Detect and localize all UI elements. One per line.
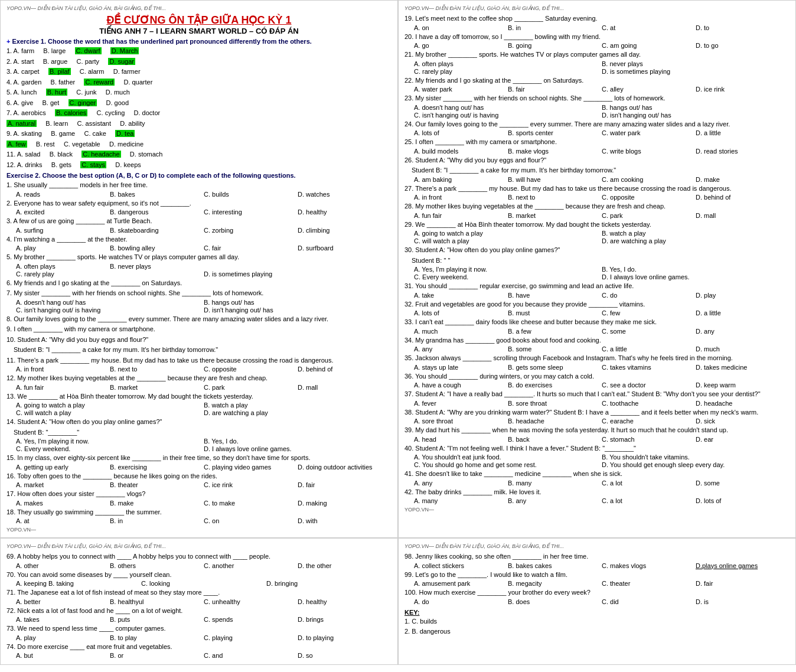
ex2-q1-ans: A. reads B. bakes C. builds D. watches [6, 191, 392, 198]
p3-q73-ans: A. play B. to play C. playing D. to play… [6, 634, 392, 641]
p2-q30-ans2: C. Every weekend. D. I always love onlin… [404, 273, 790, 280]
ex2-q14-ans: A. Yes, I'm playing it now. B. Yes, I do… [6, 438, 392, 445]
ex2-q13-ans2: C. will watch a play D. are watching a p… [6, 409, 392, 416]
ex2-q18: 18. They usually go swimming ________ th… [6, 507, 392, 517]
panel-header-4: YOPO.VN— DIỄN ĐÀN TÀI LIỆU, GIÁO ÁN, BÀI… [404, 543, 790, 549]
ex1-item-6: 6. A. give B. get C. ginger D. good [6, 98, 392, 108]
ex1-item-1: 1. A. farm B. large C. dwarf D. March [6, 46, 392, 56]
footer-1: YOPO.VN— [6, 527, 392, 533]
p2-q23: 23. My sister ________ with her friends … [404, 93, 790, 103]
p2-q42: 42. The baby drinks ________ milk. He lo… [404, 487, 790, 497]
ex1-item-7: 7. A. aerobics B. calories C. cycling D.… [6, 108, 392, 118]
p2-q22: 22. My friends and I go skating at the _… [404, 76, 790, 86]
ex2-q1: 1. She usually ________ models in her fr… [6, 180, 392, 190]
p2-q24-ans: A. lots of B. sports center C. water par… [404, 129, 790, 136]
p4-q99-ans: A. amusement park B. megacity C. theater… [404, 580, 790, 587]
p2-q41: 41. She doesn't like to take ________ me… [404, 469, 790, 479]
p2-q33-ans: A. much B. a few C. some D. any [404, 328, 790, 335]
ex1-item-8: A. natural B. learn C. assistant D. abil… [6, 119, 392, 129]
key-title: KEY: [404, 609, 790, 616]
ex1-item-4: 4. A. garden B. father C. reward D. quar… [6, 77, 392, 87]
p2-q40-ans2: C. You should go home and get some rest.… [404, 461, 790, 468]
p4-q100: 100. How much exercise ________ your bro… [404, 588, 790, 598]
ex2-q2-ans: A. excited B. dangerous C. interesting D… [6, 208, 392, 216]
p2-q26-ans: A. am baking B. will have C. am cooking … [404, 176, 790, 183]
p2-q30b: Student B: " " [404, 256, 790, 266]
ex2-q13-ans: A. going to watch a play B. watch a play [6, 402, 392, 409]
p2-q28-ans: A. fun fair B. market C. park D. mall [404, 212, 790, 219]
p2-q39-ans: A. head B. back C. stomach D. ear [404, 436, 790, 443]
ex2-q6: 6. My friends and I go skating at the __… [6, 278, 392, 288]
p2-q23-ans2: C. isn't hanging out/ is having D. isn't… [404, 112, 790, 119]
ex2-q4: 4. I'm watching a ________ at the theate… [6, 234, 392, 244]
ex2-q9: 9. I often ________ with my camera or sm… [6, 324, 392, 334]
p2-q37-ans: A. fever B. sore throat C. toothache D. … [404, 400, 790, 407]
page-wrapper: YOPO.VN— DIỄN ĐÀN TÀI LIỆU, GIÁO ÁN, BÀI… [0, 0, 796, 665]
ex2-q13: 13. We ________ at Hòa Bình theater tomo… [6, 392, 392, 402]
ex1-item-2: 2. A. start B. argue C. party D. sugar [6, 57, 392, 67]
p4-q99: 99. Let's go to the ________. I would li… [404, 570, 790, 580]
p2-q26: 26. Student A: "Why did you buy eggs and… [404, 155, 790, 165]
p2-q42-ans: A. many B. any C. a lot D. lots of [404, 497, 790, 504]
p2-q19-ans: A. on B. in C. at D. to [404, 24, 790, 31]
p2-q38-ans: A. sore throat B. headache C. earache D.… [404, 417, 790, 425]
ex1-item-12: 12. A. drinks B. gets C. stays D. keeps [6, 160, 392, 170]
p3-q72: 72. Nick eats a lot of fast food and he … [6, 606, 392, 616]
ex2-q2: 2. Everyone has to wear safety equipment… [6, 198, 392, 208]
p2-q28: 28. My mother likes buying vegetables at… [404, 201, 790, 211]
ex1-item-3: 3. A. carpet B. pilaf C. alarm D. farmer [6, 67, 392, 77]
p3-q70: 70. You can avoid some diseases by ____ … [6, 570, 392, 580]
p2-q29-ans2: C. will watch a play D. are watching a p… [404, 237, 790, 244]
exercise1-items: 1. A. farm B. large C. dwarf D. March 2.… [6, 46, 392, 169]
p2-q21-ans2: C. rarely play D. is sometimes playing [404, 68, 790, 75]
ex2-q7-ans2: C. isn't hanging out/ is having D. isn't… [6, 306, 392, 314]
ex2-q15-ans: A. getting up early B. exercising C. pla… [6, 464, 392, 471]
ex2-q12-ans: A. fun fair B. market C. park D. mall [6, 384, 392, 391]
p2-q27-ans: A. in front B. next to C. opposite D. be… [404, 194, 790, 201]
p2-q38: 38. Student A: "Why are you drinking war… [404, 407, 790, 417]
ex2-q10b: Student B: "I ________ a cake for my mum… [6, 345, 392, 355]
p2-q25-ans: A. build models B. make vlogs C. write b… [404, 148, 790, 155]
p3-q69-ans: A. other B. others C. another D. the oth… [6, 562, 392, 569]
p3-q71: 71. The Japanese eat a lot of fish inste… [6, 588, 392, 598]
panel-bottom-right: YOPO.VN— DIỄN ĐÀN TÀI LIỆU, GIÁO ÁN, BÀI… [398, 538, 796, 665]
p2-q20: 20. I have a day off tomorrow, so I ____… [404, 32, 790, 42]
p2-q20-ans: A. go B. going C. am going D. to go [404, 42, 790, 49]
p2-q31: 31. You should ________ regular exercise… [404, 281, 790, 291]
ex2-q12: 12. My mother likes buying vegetables at… [6, 373, 392, 383]
p2-q26b: Student B: "I ________ a cake for my mum… [404, 165, 790, 175]
p3-q70-ans: A. keeping B. taking C. looking D. bring… [6, 580, 392, 587]
ex1-item-11: 11. A. salad B. black C. headache D. sto… [6, 149, 392, 159]
ex1-item-9: 9. A. skating B. game C. cake D. tea [6, 129, 392, 139]
panel2-items: 19. Let's meet next to the coffee shop _… [404, 14, 790, 504]
panel-header-3: YOPO.VN— DIỄN ĐÀN TÀI LIỆU, GIÁO ÁN, BÀI… [6, 543, 392, 549]
ex2-q16: 16. Toby often goes to the ________ beca… [6, 471, 392, 481]
p2-q40-ans: A. You shouldn't eat junk food. B. You s… [404, 454, 790, 461]
p2-q40: 40. Student A: "I'm not feeling well. I … [404, 443, 790, 454]
p4-q98-ans: A. collect stickers B. bakes cakes C. ma… [404, 562, 790, 569]
p2-q30: 30. Student A: "How often do you play on… [404, 245, 790, 255]
p2-q24: 24. Our family loves going to the ______… [404, 119, 790, 129]
ex2-q14: 14. Student A: "How often do you play on… [6, 417, 392, 427]
p2-q35: 35. Jackson always ________ scrolling th… [404, 353, 790, 363]
ex1-item-5: 5. A. lunch B. hurt C. junk D. much [6, 87, 392, 97]
main-title: ĐỀ CƯƠNG ÔN TẬP GIỮA HỌC KỲ 1 [6, 14, 392, 27]
p3-q71-ans: A. better B. healthyul C. unhealthy D. h… [6, 598, 392, 605]
panel-header-1: YOPO.VN— DIỄN ĐÀN TÀI LIỆU, GIÁO ÁN, BÀI… [6, 5, 392, 11]
ex2-q11-ans: A. in front B. next to C. opposite D. be… [6, 366, 392, 373]
p2-q25: 25. I often ________ with my camera or s… [404, 137, 790, 147]
p2-q32-ans: A. lots of B. must C. few D. a little [404, 309, 790, 317]
footer-2: YOPO.VN— [404, 507, 790, 513]
ex2-q5-ans: A. often plays B. never plays [6, 263, 392, 270]
p3-q72-ans: A. takes B. puts C. spends D. brings [6, 616, 392, 623]
ex2-q17-ans: A. makes B. make C. to make D. making [6, 500, 392, 507]
ex2-q7: 7. My sister ________ with her friends o… [6, 288, 392, 298]
p2-q22-ans: A. water park B. fair C. alley D. ice ri… [404, 86, 790, 93]
ex2-q5-ans2: C. rarely play D. is sometimes playing [6, 270, 392, 278]
p2-q30-ans: A. Yes, I'm playing it now. B. Yes, I do… [404, 266, 790, 273]
panel-bottom-left: YOPO.VN— DIỄN ĐÀN TÀI LIỆU, GIÁO ÁN, BÀI… [0, 538, 398, 665]
p3-q74: 74. Do more exercise ____ eat more fruit… [6, 642, 392, 652]
p2-q37: 37. Student A: "I have a really bad ____… [404, 389, 790, 399]
ex2-q3: 3. A few of us are going ________ at Tur… [6, 216, 392, 226]
p4-q100-ans: A. do B. does C. did D. is [404, 598, 790, 605]
